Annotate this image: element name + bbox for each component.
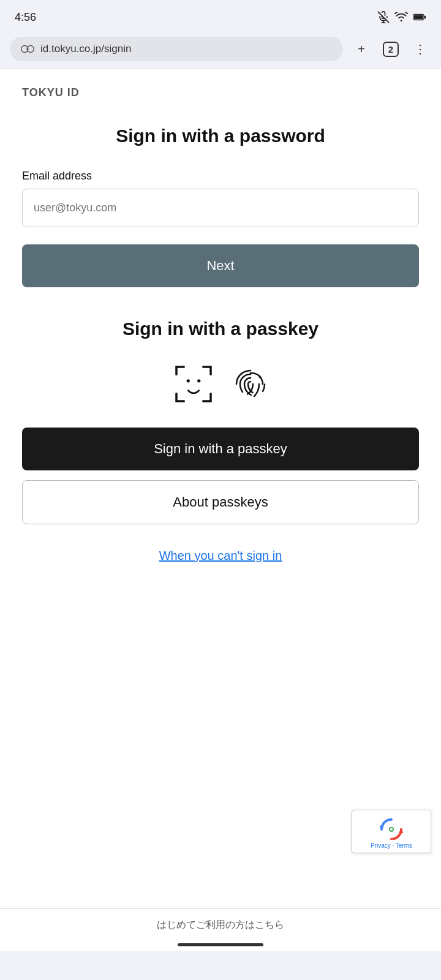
recaptcha-badge: Privacy · Terms — [352, 810, 431, 853]
menu-button[interactable]: ⋮ — [409, 38, 431, 60]
svg-rect-5 — [414, 15, 423, 19]
svg-rect-4 — [424, 16, 426, 19]
site-identity-icon — [21, 44, 34, 54]
browser-bar: id.tokyu.co.jp/signin + 2 ⋮ — [0, 32, 441, 69]
passkey-icons — [22, 363, 419, 405]
wifi-icon — [394, 12, 408, 22]
cant-sign-in-container: When you can't sign in — [22, 549, 419, 563]
sign-in-passkey-button[interactable]: Sign in with a passkey — [22, 428, 419, 470]
url-bar[interactable]: id.tokyu.co.jp/signin — [10, 37, 343, 61]
password-section-title: Sign in with a password — [22, 124, 419, 148]
recaptcha-links[interactable]: Privacy · Terms — [371, 842, 412, 849]
status-bar: 4:56 — [0, 0, 441, 32]
footer-text: はじめてご利用の方はこちら — [157, 919, 284, 932]
email-label: Email address — [22, 170, 419, 183]
recaptcha-icon — [380, 816, 403, 840]
svg-point-8 — [187, 379, 190, 382]
about-passkeys-button[interactable]: About passkeys — [22, 480, 419, 524]
url-text: id.tokyu.co.jp/signin — [40, 43, 131, 55]
recaptcha-logo — [380, 816, 403, 840]
tab-switcher-button[interactable]: 2 — [380, 38, 402, 60]
home-indicator — [178, 943, 263, 946]
next-button[interactable]: Next — [22, 244, 419, 287]
tab-count: 2 — [383, 42, 399, 57]
svg-point-13 — [390, 828, 393, 831]
mute-icon — [377, 11, 390, 23]
new-tab-button[interactable]: + — [350, 38, 372, 60]
cant-sign-in-link[interactable]: When you can't sign in — [159, 549, 282, 562]
page-content: TOKYU ID Sign in with a password Email a… — [0, 69, 441, 951]
status-icons — [377, 11, 426, 23]
brand-title: TOKYU ID — [22, 86, 419, 99]
fingerprint-icon — [232, 366, 269, 402]
svg-point-9 — [197, 379, 200, 382]
email-input[interactable] — [22, 189, 419, 227]
battery-icon — [413, 12, 426, 22]
status-time: 4:56 — [15, 11, 36, 24]
face-id-icon — [172, 363, 215, 405]
passkey-section-title: Sign in with a passkey — [22, 317, 419, 341]
